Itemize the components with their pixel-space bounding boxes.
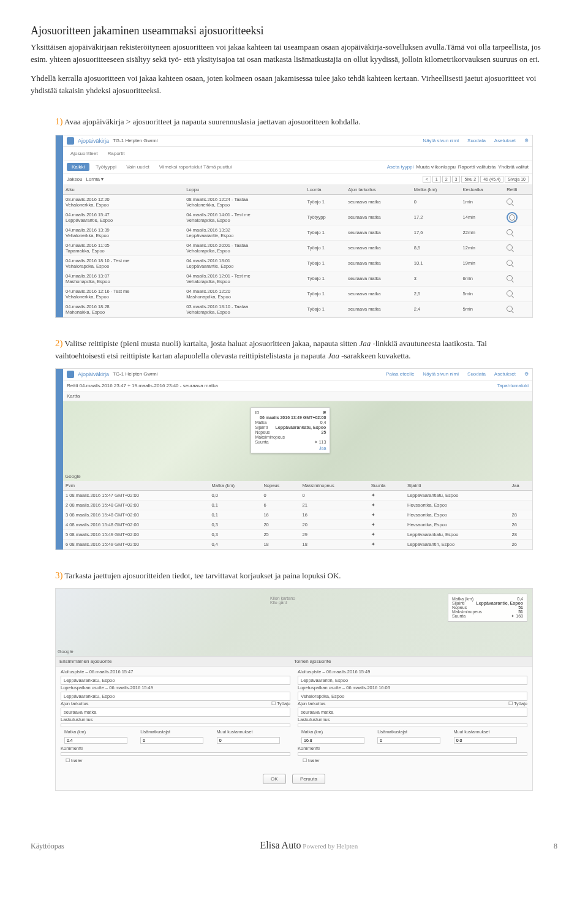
magnifier-cell[interactable]	[504, 225, 532, 240]
subtab-tyotyyppi[interactable]: Työtyyppi	[92, 163, 120, 171]
table-row[interactable]: 5 08.maalis.2016 15:49 GMT+02:000,32529✦…	[63, 529, 532, 539]
gear-icon[interactable]: ⚙	[524, 138, 529, 143]
header-link-filter[interactable]: Suodata	[467, 138, 486, 143]
th-loppu[interactable]: Loppu	[184, 185, 304, 195]
table-row[interactable]: 4 08.maalis.2016 15:48 GMT+02:000,32020✦…	[63, 520, 532, 529]
pager[interactable]: < 1 2 3 5ivu 2 46 (45,4) Sivoja 10	[423, 176, 529, 183]
l-aloitus-input[interactable]: Leppävaarankatu, Espoo	[61, 676, 290, 685]
link-aseta-tyyppi[interactable]: Aseta tyyppi	[387, 164, 414, 170]
gear-icon-2[interactable]: ⚙	[524, 371, 529, 377]
magnifier-icon[interactable]	[509, 214, 515, 221]
table-row[interactable]: 1 08.maalis.2016 15:47 GMT+02:000,000✦Le…	[63, 490, 532, 500]
r-cost-1[interactable]	[377, 737, 440, 744]
footer-left: Käyttöopas	[31, 842, 64, 851]
header-link-show[interactable]: Näytä sivun nimi	[423, 138, 459, 143]
table-row[interactable]: 04.maalis.2016 11:05Tapamakka, Espoo04.m…	[63, 240, 532, 255]
th-loonta[interactable]: Loonta	[305, 185, 346, 195]
tab-ajosuoritteet[interactable]: Ajosuoritteet	[67, 149, 101, 157]
table-row[interactable]: 04.maalis.2016 13:39Vehalonerkka, Espoo0…	[63, 225, 532, 240]
th2-max[interactable]: Maksiminopeus	[300, 481, 369, 491]
magnifier-icon[interactable]	[507, 275, 513, 281]
subtab-uudet[interactable]: Vain uudet	[123, 163, 153, 171]
vehicle-name: TG-1 Helpten Gwrmi	[113, 138, 157, 143]
magnifier-icon[interactable]	[507, 260, 513, 266]
r-trailer[interactable]: ☐ trailer	[298, 756, 527, 765]
pager-prev[interactable]: <	[423, 176, 431, 183]
table-row[interactable]: 6 08.maalis.2016 15:49 GMT+02:000,41818✦…	[63, 539, 532, 549]
subtab-viimeksi[interactable]: Viimeksi raportoidut Tämä puuttui	[156, 163, 236, 171]
cell: 2,4	[412, 301, 461, 317]
header-link-settings-2[interactable]: Asetukset	[494, 371, 516, 377]
magnifier-cell[interactable]	[504, 255, 532, 271]
cancel-button[interactable]: Peruuta	[292, 774, 325, 784]
cell: ✦	[369, 529, 405, 539]
subtab-kaikki[interactable]: Kaikki	[67, 163, 89, 171]
popup-jaa-link[interactable]: Jaa	[319, 446, 326, 450]
magnifier-icon[interactable]	[507, 306, 513, 312]
map-area[interactable]: IDE 06 maalis 2016 13:49 GMT+02:00 Matka…	[63, 401, 532, 481]
r-lopetus-input[interactable]: Vehalorapdka, Espoo	[298, 692, 527, 701]
magnifier-icon[interactable]	[507, 198, 513, 205]
r-cost-2[interactable]	[454, 737, 517, 744]
th2-sij[interactable]: Sijainti	[405, 481, 510, 491]
magnifier-icon[interactable]	[507, 244, 513, 251]
table-row[interactable]: 04.maalis.2016 13:07Mashonapdka, Espoo04…	[63, 271, 532, 286]
th2-pvm[interactable]: Pvm	[63, 481, 209, 491]
tab-raportit[interactable]: Raportit	[104, 149, 128, 157]
th-alku[interactable]: Alku	[63, 185, 184, 195]
l-cost-1[interactable]	[140, 737, 203, 744]
info-nop-l: Nopeus	[452, 605, 467, 610]
th-tarkoitus[interactable]: Ajon tarkoitus	[345, 185, 412, 195]
table-row[interactable]: 04.maalis.2016 18:28Mahonakka, Espoo03.m…	[63, 301, 532, 317]
th2-suunta[interactable]: Suunta	[369, 481, 405, 491]
table-row[interactable]: 3 08.maalis.2016 15:48 GMT+02:000,11616✦…	[63, 510, 532, 520]
r-cost-table: Matka (km)LisämatkustajatMuut kustannuks…	[298, 727, 527, 746]
l-cost-0[interactable]	[64, 737, 127, 744]
header-link-back[interactable]: Palaa eteelle	[386, 371, 414, 377]
map-area-3[interactable]: Kilon kartano Kilo gård Matka (km)0,4 Si…	[56, 589, 532, 656]
th-reitti[interactable]: Reitti	[504, 185, 532, 195]
link-raportti[interactable]: Raportti valituista	[458, 164, 496, 170]
th2-matka[interactable]: Matka (km)	[209, 481, 262, 491]
r-aloitus-input[interactable]: Leppävaarantin, Espoo	[298, 676, 527, 685]
link-muuta[interactable]: Muuta viikonloppu	[416, 164, 455, 170]
l-trailer[interactable]: ☐ trailer	[61, 756, 290, 765]
pager-3[interactable]: 3	[452, 176, 461, 183]
pager-1[interactable]: 1	[432, 176, 441, 183]
magnifier-cell[interactable]	[504, 286, 532, 301]
table-row[interactable]: 04.maalis.2016 12:16 - Test meVehalonerk…	[63, 286, 532, 301]
r-cost-0[interactable]	[301, 737, 364, 744]
magnifier-cell[interactable]	[504, 271, 532, 286]
sub-tabs: Kaikki Työtyyppi Vain uudet Viimeksi rap…	[63, 161, 532, 174]
header-link-show-2[interactable]: Näytä sivun nimi	[423, 371, 459, 377]
table-row[interactable]: 04.maalis.2016 18:10 - Test meVehalorapd…	[63, 255, 532, 271]
link-yhdista[interactable]: Yhdistä valitut	[498, 164, 529, 170]
magnifier-cell[interactable]	[504, 301, 532, 317]
l-tyoajo[interactable]: ☐ Työajo	[271, 701, 290, 706]
th2-jaa[interactable]: Jaa	[509, 481, 532, 491]
magnifier-cell[interactable]	[504, 194, 532, 210]
l-cost-2[interactable]	[217, 737, 280, 744]
th2-nop[interactable]: Nopeus	[261, 481, 300, 491]
th-kesto[interactable]: Kestoaika	[461, 185, 505, 195]
pager-size[interactable]: Sivoja 10	[505, 176, 529, 183]
table-row[interactable]: 04.maalis.2016 15:47Leppävaarantie, Espo…	[63, 210, 532, 225]
ok-button[interactable]: OK	[263, 774, 286, 784]
th-matka[interactable]: Matka (km)	[412, 185, 461, 195]
event-log-link[interactable]: Tapahtumaloki	[497, 383, 529, 388]
magnifier-icon[interactable]	[507, 229, 513, 235]
r-tyoajo[interactable]: ☐ Työajo	[508, 701, 527, 706]
l-lopetus-input[interactable]: Leppävaarankatu, Espoo	[61, 692, 290, 701]
l-tark-input[interactable]: seuraava matka	[61, 708, 290, 717]
table-row[interactable]: 2 08.maalis.2016 15:48 GMT+02:000,1621✦H…	[63, 500, 532, 510]
magnifier-cell[interactable]	[504, 210, 532, 225]
l-aloitus-label: Aloituspiste – 06.maalis.2016 15:47	[61, 669, 290, 674]
table-row[interactable]: 08.maalis.2016 12:20Vehalonerkka, Espoo0…	[63, 194, 532, 210]
pager-2[interactable]: 2	[442, 176, 451, 183]
popup-suunta: ✦ 113	[314, 440, 326, 445]
header-link-filter-2[interactable]: Suodata	[467, 371, 486, 377]
header-link-settings[interactable]: Asetukset	[494, 138, 516, 143]
r-tark-input[interactable]: seuraava matka	[298, 708, 527, 717]
magnifier-icon[interactable]	[507, 290, 513, 297]
magnifier-cell[interactable]	[504, 240, 532, 255]
